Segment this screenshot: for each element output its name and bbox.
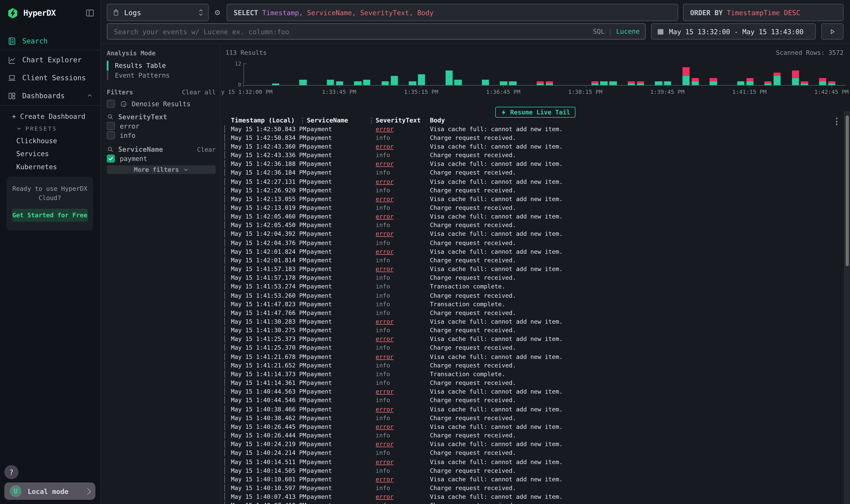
log-row[interactable]: May 15 1:41:30.283 PM payment error Visa… <box>223 318 845 326</box>
expand-row-icon[interactable] <box>224 388 225 395</box>
preset-item[interactable]: Kubernetes <box>0 160 100 173</box>
filter-option-label[interactable]: payment <box>120 155 147 162</box>
expand-row-icon[interactable] <box>224 169 225 177</box>
filter-option-label[interactable]: error <box>120 122 139 130</box>
expand-row-icon[interactable] <box>224 335 225 343</box>
histogram-bar[interactable] <box>382 64 389 85</box>
preset-item[interactable]: Services <box>0 147 100 160</box>
log-row[interactable]: May 15 1:40:14.505 PM payment info Charg… <box>223 466 845 475</box>
histogram-bar[interactable] <box>737 64 744 85</box>
expand-row-icon[interactable] <box>224 143 225 150</box>
histogram-bar[interactable] <box>792 64 799 85</box>
histogram-bar[interactable] <box>327 64 334 85</box>
clear-all-link[interactable]: Clear all <box>182 88 216 96</box>
histogram-bar[interactable] <box>418 64 425 85</box>
expand-row-icon[interactable] <box>224 274 225 282</box>
tab-event-patterns[interactable]: Event Patterns <box>107 70 216 80</box>
expand-row-icon[interactable] <box>224 160 225 168</box>
log-row[interactable]: May 15 1:40:24.219 PM payment error Visa… <box>223 440 845 449</box>
expand-row-icon[interactable] <box>224 502 225 504</box>
error-checkbox[interactable] <box>107 122 115 130</box>
log-row[interactable]: May 15 1:41:25.373 PM payment error Visa… <box>223 335 845 344</box>
expand-row-icon[interactable] <box>224 256 225 264</box>
get-started-button[interactable]: Get Started for Free <box>12 209 88 222</box>
histogram-bar[interactable] <box>610 64 617 85</box>
expand-row-icon[interactable] <box>224 493 225 501</box>
expand-row-icon[interactable] <box>224 134 225 141</box>
expand-row-icon[interactable] <box>224 326 225 334</box>
expand-row-icon[interactable] <box>224 458 225 466</box>
service-clear-link[interactable]: Clear <box>197 146 216 153</box>
log-row[interactable]: May 15 1:41:30.275 PM payment info Charg… <box>223 326 845 335</box>
order-by-input[interactable]: ORDER BY TimestampTime DESC <box>683 4 844 21</box>
log-row[interactable]: May 15 1:41:14.373 PM payment info Trans… <box>223 370 845 379</box>
sidebar-item-dashboards[interactable]: Dashboards <box>0 87 100 105</box>
log-row[interactable]: May 15 1:40:38.462 PM payment info Charg… <box>223 414 845 422</box>
expand-row-icon[interactable] <box>224 291 225 299</box>
histogram-bar[interactable] <box>272 64 279 85</box>
expand-row-icon[interactable] <box>224 397 225 404</box>
sidebar-item-search[interactable]: Search <box>0 32 100 50</box>
expand-row-icon[interactable] <box>224 353 225 360</box>
log-row[interactable]: May 15 1:41:57.178 PM payment info Charg… <box>223 274 845 282</box>
log-row[interactable]: May 15 1:42:50.834 PM payment info Charg… <box>223 133 845 142</box>
histogram-bar[interactable] <box>546 64 553 85</box>
log-row[interactable]: May 15 1:40:26.444 PM payment info Charg… <box>223 431 845 440</box>
log-row[interactable]: May 15 1:41:25.370 PM payment info Charg… <box>223 344 845 352</box>
histogram-bar[interactable] <box>710 64 717 85</box>
log-row[interactable]: May 15 1:42:05.460 PM payment error Visa… <box>223 212 845 221</box>
help-button[interactable]: ? <box>4 465 18 479</box>
histogram-bar[interactable] <box>409 64 416 85</box>
histogram-bar[interactable] <box>819 64 826 85</box>
histogram-bar[interactable] <box>746 64 753 85</box>
local-mode-menu[interactable]: U Local mode <box>4 482 95 500</box>
expand-row-icon[interactable] <box>224 248 225 255</box>
select-clause-input[interactable]: SELECT Timestamp, ServiceName, SeverityT… <box>227 4 678 21</box>
expand-row-icon[interactable] <box>224 431 225 439</box>
source-selector[interactable]: Logs <box>107 4 209 21</box>
log-row[interactable]: May 15 1:40:07.410 PM payment info Charg… <box>223 501 845 504</box>
expand-row-icon[interactable] <box>224 239 225 247</box>
expand-row-icon[interactable] <box>224 125 225 133</box>
histogram-bar[interactable] <box>600 64 608 85</box>
expand-row-icon[interactable] <box>224 213 225 220</box>
expand-row-icon[interactable] <box>224 344 225 352</box>
log-row[interactable]: May 15 1:42:13.055 PM payment error Visa… <box>223 195 845 203</box>
log-row[interactable]: May 15 1:42:50.843 PM payment error Visa… <box>223 125 845 133</box>
table-options-icon[interactable] <box>836 118 838 127</box>
expand-row-icon[interactable] <box>224 405 225 413</box>
log-row[interactable]: May 15 1:42:43.336 PM payment info Charg… <box>223 151 845 160</box>
chart-bars[interactable] <box>243 64 846 86</box>
histogram-bar[interactable] <box>509 64 516 85</box>
histogram-bar[interactable] <box>500 64 507 85</box>
expand-row-icon[interactable] <box>224 265 225 273</box>
histogram-bar[interactable] <box>691 64 699 85</box>
scrollbar-thumb[interactable] <box>846 115 849 266</box>
log-row[interactable]: May 15 1:42:43.360 PM payment error Visa… <box>223 142 845 151</box>
histogram-bar[interactable] <box>801 64 808 85</box>
histogram-bar[interactable] <box>446 64 453 85</box>
histogram-bar[interactable] <box>454 64 462 85</box>
log-row[interactable]: May 15 1:40:10.601 PM payment error Visa… <box>223 475 845 484</box>
expand-row-icon[interactable] <box>224 195 225 203</box>
histogram-bar[interactable] <box>300 64 307 85</box>
histogram-bar[interactable] <box>354 64 361 85</box>
log-row[interactable]: May 15 1:42:36.188 PM payment error Visa… <box>223 160 845 168</box>
expand-row-icon[interactable] <box>224 151 225 159</box>
filter-option-label[interactable]: info <box>120 131 135 139</box>
expand-row-icon[interactable] <box>224 178 225 185</box>
expand-row-icon[interactable] <box>224 440 225 448</box>
histogram-bar[interactable] <box>764 64 772 85</box>
log-row[interactable]: May 15 1:40:38.466 PM payment error Visa… <box>223 405 845 414</box>
more-filters-button[interactable]: More filters <box>107 165 216 174</box>
expand-row-icon[interactable] <box>224 370 225 378</box>
expand-row-icon[interactable] <box>224 221 225 229</box>
log-row[interactable]: May 15 1:41:47.823 PM payment info Trans… <box>223 300 845 308</box>
log-row[interactable]: May 15 1:40:07.413 PM payment error Visa… <box>223 492 845 501</box>
histogram-bar[interactable] <box>336 64 343 85</box>
search-input[interactable] <box>113 27 593 36</box>
log-row[interactable]: May 15 1:41:21.678 PM payment error Visa… <box>223 353 845 361</box>
log-row[interactable]: May 15 1:40:26.445 PM payment error Visa… <box>223 422 845 431</box>
expand-row-icon[interactable] <box>224 318 225 325</box>
log-row[interactable]: May 15 1:42:13.019 PM payment info Charg… <box>223 203 845 212</box>
